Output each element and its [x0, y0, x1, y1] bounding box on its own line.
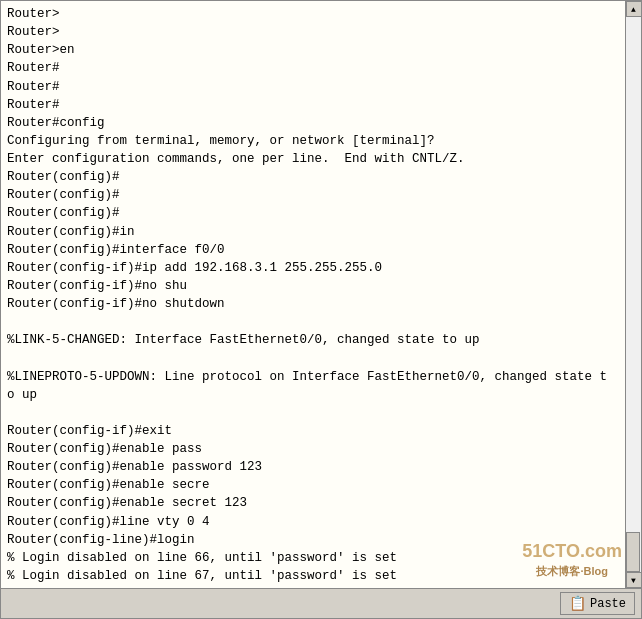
paste-button[interactable]: 📋 Paste	[560, 592, 635, 615]
paste-label: Paste	[590, 597, 626, 611]
paste-icon: 📋	[569, 595, 586, 612]
scrollbar[interactable]: ▲ ▼	[625, 1, 641, 588]
scrollbar-thumb[interactable]	[626, 532, 640, 572]
terminal-content[interactable]: Router> Router> Router>en Router# Router…	[1, 1, 625, 588]
terminal-window: Router> Router> Router>en Router# Router…	[0, 0, 642, 619]
scrollbar-track	[626, 17, 642, 572]
terminal-body: Router> Router> Router>en Router# Router…	[1, 1, 641, 588]
bottom-bar: 51CTO.com 技术博客·Blog 📋 Paste	[1, 588, 641, 618]
scrollbar-down-button[interactable]: ▼	[626, 572, 642, 588]
scrollbar-up-button[interactable]: ▲	[626, 1, 642, 17]
terminal-text: Router> Router> Router>en Router# Router…	[7, 5, 619, 588]
